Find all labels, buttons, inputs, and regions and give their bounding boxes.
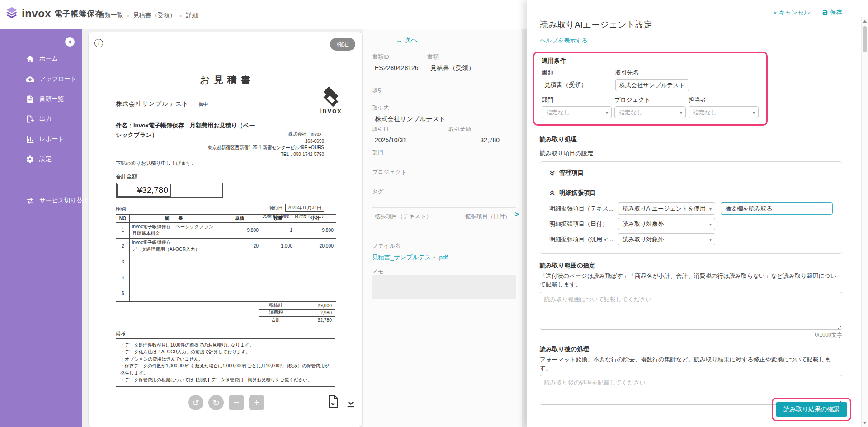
- status-badge: 確定: [330, 38, 355, 51]
- detail-ext-master-select[interactable]: 読み取り対象外 ▾: [618, 233, 715, 245]
- scrollbar-thumb[interactable]: [863, 26, 867, 52]
- detail-ext-master-row: 明細拡張項目（汎用マ... 読み取り対象外 ▾: [549, 233, 833, 245]
- detail-ext-text-select[interactable]: 読み取りAIエージェントを使用 ▾: [618, 202, 715, 215]
- scroll-down-icon[interactable]: [863, 422, 867, 424]
- undo-icon[interactable]: ↺: [188, 395, 203, 410]
- breadcrumb-item-documents[interactable]: 書類一覧: [99, 11, 123, 19]
- conditions-row-2: 部門 指定なし ▾ プロジェクト 指定なし ▾ 担当者 指: [542, 96, 759, 118]
- zoom-in-icon[interactable]: +: [249, 395, 264, 410]
- project-select[interactable]: 指定なし ▾: [614, 106, 686, 118]
- cancel-button[interactable]: × キャンセル: [773, 9, 810, 17]
- reading-range-textarea[interactable]: [540, 292, 842, 330]
- sidebar-item-label: レポート: [39, 135, 64, 143]
- document-info-panel: → 次へ 書類ID ES2280428126 書類 見積書（受領） 取引 取引先…: [363, 29, 522, 427]
- caret-down-icon: ▾: [753, 110, 755, 115]
- file-link[interactable]: 見積書_サンプルテスト.pdf: [372, 253, 448, 262]
- totals-row: 合計 32,780: [259, 316, 335, 324]
- memo-field[interactable]: [372, 275, 516, 299]
- brand[interactable]: invox 電子帳簿保存: [5, 6, 103, 21]
- sidebar-item-label: 書類一覧: [39, 95, 64, 103]
- sidebar-item-service-switch[interactable]: サービス切り替え: [0, 193, 82, 208]
- totals-table: 税抜計 29,800 消費税 2,980 合計 32,780: [259, 302, 335, 324]
- memo-label: メモ: [372, 268, 384, 276]
- sidebar-item-export[interactable]: 出力: [0, 111, 82, 127]
- condition-dept-label: 部門: [542, 96, 612, 104]
- detail-ext-text-row: 明細拡張項目（テキス... 読み取りAIエージェントを使用 ▾: [549, 202, 833, 215]
- caret-down-icon: ▾: [709, 222, 712, 227]
- partner-label: 取引先: [372, 104, 389, 112]
- issuer-name: 株式会社 invox: [286, 131, 324, 138]
- estimate-document: お見積書 invox 株式会社サンプルテスト 御中 件名：invox電子帳簿保存…: [116, 74, 335, 387]
- save-floppy-icon: [822, 9, 828, 16]
- conditions-row-1: 書類 見積書（受領） 取引先名: [542, 69, 759, 91]
- caret-down-icon: ▾: [709, 237, 712, 242]
- table-row: 3: [116, 254, 336, 270]
- remarks-line: ・保存データの件数が1,000,000件を超えた場合に1,000,000件ごとに…: [120, 362, 330, 376]
- breadcrumb-item-detail: 詳細: [186, 11, 198, 19]
- scrollbar[interactable]: [861, 17, 868, 427]
- remarks-line: ・データ化方法は「AI-OCR入力」の前提で計算しております。: [120, 348, 330, 356]
- sidebar-item-report[interactable]: レポート: [0, 131, 82, 147]
- sidebar-item-home[interactable]: ホーム: [0, 51, 82, 66]
- detail-ext-text-label: 明細拡張項目（テキス...: [549, 205, 618, 213]
- save-label: 保存: [830, 9, 842, 17]
- condition-doc-type: 書類 見積書（受領）: [542, 69, 615, 91]
- document-list-icon: [26, 95, 34, 103]
- department-select[interactable]: 指定なし ▾: [542, 106, 612, 118]
- scroll-up-icon[interactable]: [863, 20, 867, 23]
- document-title: お見積書: [116, 74, 335, 88]
- condition-person: 担当者 指定なし ▾: [689, 96, 759, 118]
- table-row: 5: [116, 286, 336, 301]
- remarks-line: ・オプションの費用は含んでいません。: [120, 356, 330, 363]
- breadcrumb-item-doctype[interactable]: 見積書（受領）: [133, 11, 176, 19]
- caret-down-icon: ▾: [680, 110, 682, 115]
- zoom-out-icon[interactable]: −: [229, 395, 244, 410]
- sidebar-item-settings[interactable]: 設定: [0, 151, 82, 167]
- info-icon[interactable]: i: [94, 39, 103, 47]
- person-select[interactable]: 指定なし ▾: [689, 106, 759, 118]
- confirm-reading-result-button[interactable]: 読み取り結果の確認: [776, 402, 847, 417]
- sidebar-item-documents[interactable]: 書類一覧: [0, 91, 82, 107]
- reading-items-title: 読み取り項目の設定: [540, 150, 842, 158]
- next-document-link[interactable]: → 次へ: [396, 36, 417, 44]
- divider: [372, 207, 516, 208]
- transaction-date-value: 2025/10/31: [375, 136, 406, 144]
- project-label: プロジェクト: [372, 169, 407, 176]
- partner-name-input[interactable]: [615, 79, 689, 91]
- detail-ext-items-toggle[interactable]: 明細拡張項目: [549, 189, 833, 197]
- next-label: 次へ: [405, 36, 417, 44]
- col-header-unit: 単価: [218, 214, 261, 222]
- condition-project-label: プロジェクト: [614, 96, 686, 104]
- download-icon[interactable]: [346, 397, 356, 410]
- table-row: 4: [116, 270, 336, 286]
- table-row: 1 invox電子帳簿保存 ベーシックプラン月額基本料金 9,800 1 9,8…: [116, 222, 336, 238]
- condition-doc-value: 見積書（受領）: [542, 81, 615, 89]
- condition-person-label: 担当者: [689, 96, 759, 104]
- issuer-address: 東京都新宿区西新宿1-25-1 新宿センタービル49F +OURS: [179, 145, 324, 151]
- sidebar-item-upload[interactable]: アップロード: [0, 71, 82, 87]
- expand-panel-chevron-icon[interactable]: ＞: [513, 209, 521, 219]
- redo-icon[interactable]: ↻: [208, 395, 224, 410]
- sidebar-collapse-button[interactable]: [65, 37, 75, 47]
- help-link[interactable]: ヘルプを表示する: [540, 37, 588, 45]
- reading-range-title: 読み取り範囲の指定: [540, 262, 842, 270]
- service-switch-icon: [26, 197, 34, 205]
- breadcrumb-separator-icon: ›: [180, 12, 182, 19]
- detail-ext-text-instruction-input[interactable]: [721, 202, 833, 215]
- remarks-line: ・データ処理件数が月に1000件の前提でのお見積りになります。: [120, 342, 330, 349]
- post-process-desc: フォーマット変換、不要な行の除去、複数行の集計など、読み取り結果に対する修正や変…: [540, 356, 842, 373]
- issue-date-label: 発行日: [269, 205, 283, 211]
- transaction-amount-label: 取引金額: [448, 126, 471, 133]
- vendor-logo-text: invox: [317, 107, 345, 114]
- gear-icon: [26, 155, 34, 164]
- ext-text-label: 拡張項目（テキスト）: [375, 213, 432, 221]
- management-items-toggle[interactable]: 管理項目: [549, 169, 833, 177]
- doc-id-value: ES2280428126: [375, 64, 419, 71]
- detail-ext-date-select[interactable]: 読み取り対象外 ▾: [618, 218, 715, 230]
- pdf-icon[interactable]: PDF: [328, 395, 339, 409]
- sidebar-item-label: 出力: [39, 115, 52, 123]
- vendor-logo-icon: [321, 90, 341, 105]
- condition-partner: 取引先名: [615, 69, 689, 91]
- save-button[interactable]: 保存: [822, 9, 842, 17]
- document-preview-card: i 確定 お見積書 invox 株式会社サンプルテスト 御中 件名：invox電…: [88, 32, 363, 427]
